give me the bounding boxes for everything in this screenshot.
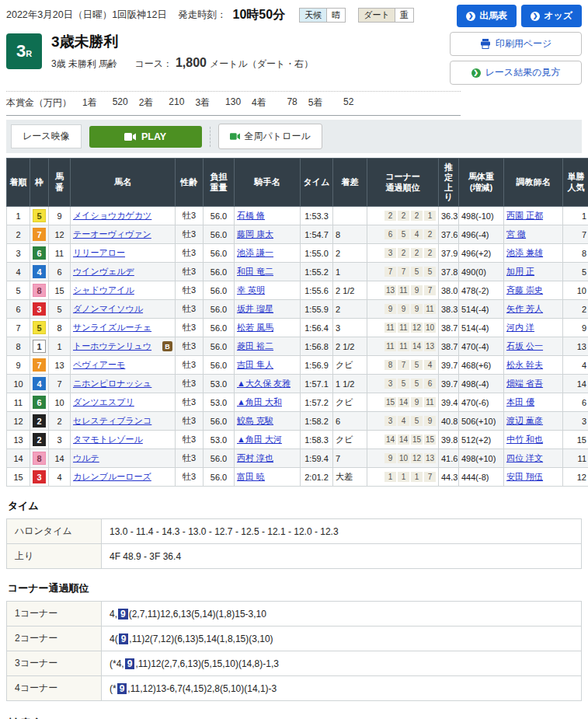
horse-number: 12 <box>49 225 71 244</box>
jockey-name-link[interactable]: 鮫島 克駿 <box>237 416 273 425</box>
patrol-video-button[interactable]: 全周パトロール <box>218 124 322 149</box>
jockey-name-link[interactable]: 坂井 瑠星 <box>237 304 273 313</box>
last-time-value: 4F 48.9 - 3F 36.4 <box>102 544 582 569</box>
corner-position: 10 <box>424 323 436 333</box>
trainer-name-link[interactable]: 加用 正 <box>506 267 534 276</box>
trainer-name-link[interactable]: 池添 兼雄 <box>506 248 543 257</box>
margin: 大差 <box>333 468 367 487</box>
trainer-name-link[interactable]: 石坂 公一 <box>506 341 543 351</box>
finish-time: 1:55.9 <box>301 300 333 319</box>
sex-age: 牡3 <box>176 319 204 337</box>
sex-age: 牡3 <box>176 207 204 225</box>
jockey-name-link[interactable]: 富田 暁 <box>237 472 265 481</box>
jockey-name-link[interactable]: 石橋 脩 <box>237 211 265 220</box>
corner-position: 11 <box>384 341 396 351</box>
horse-name-link[interactable]: テーオーヴィヴァン <box>73 229 151 240</box>
corner-position: 9 <box>424 416 436 426</box>
result-guide-button[interactable]: ❯ レース結果の見方 <box>450 61 582 85</box>
jockey-name-link[interactable]: 幸 英明 <box>237 285 265 295</box>
play-video-button[interactable]: PLAY <box>89 126 202 148</box>
jockey-name-link[interactable]: 西村 淳也 <box>237 453 273 462</box>
sex-age: 牡3 <box>176 468 204 487</box>
margin: クビ <box>333 356 367 375</box>
trainer-name-link[interactable]: 安田 翔伍 <box>506 472 543 481</box>
horse-name-link[interactable]: ニホンピロナッシュ <box>73 378 151 389</box>
jockey-name-link[interactable]: 松若 風馬 <box>237 323 273 332</box>
horse-name-link[interactable]: リリーアロー <box>73 247 125 259</box>
horse-number: 7 <box>49 375 71 393</box>
body-weight: 498(-4) <box>459 375 504 393</box>
win-popularity: 8 <box>563 244 588 263</box>
trainer-name-link[interactable]: 宮 徹 <box>506 229 526 239</box>
horse-name-link[interactable]: ウルテ <box>73 452 99 464</box>
finish-time: 1:54.7 <box>301 225 333 244</box>
margin: 2 <box>333 244 367 263</box>
horse-name-link[interactable]: ダノンマイソウル <box>73 303 143 315</box>
margin: クビ <box>333 393 367 412</box>
horse-name-cell: ウインヴェルデ <box>71 263 176 281</box>
frame-cell: 5 <box>30 207 49 225</box>
horse-name-link[interactable]: シャドウアイル <box>73 284 134 296</box>
body-weight: 468(+6) <box>459 356 504 375</box>
jockey-name-link[interactable]: 和田 竜二 <box>237 267 273 276</box>
jockey-name-link[interactable]: 菱田 裕二 <box>237 341 273 351</box>
carried-weight: 56.0 <box>204 300 235 319</box>
horse-name-link[interactable]: トーホウテンリュウ <box>73 340 151 352</box>
trainer-name-link[interactable]: 本田 優 <box>506 397 534 407</box>
frame-number-badge: 2 <box>33 414 46 428</box>
corner-position: 2 <box>398 211 409 221</box>
carried-weight: 53.0 <box>204 393 235 412</box>
horse-name-link[interactable]: カレンブルーローズ <box>73 471 151 483</box>
result-row: 11610ダンツエスプリ牡353.0▲角田 大和1:57.2クビ15149113… <box>7 393 588 412</box>
trainer-name-link[interactable]: 矢作 芳人 <box>506 304 543 313</box>
horse-name-link[interactable]: ウインヴェルデ <box>73 266 134 277</box>
carried-weight: 53.0 <box>204 375 235 393</box>
jockey-name-link[interactable]: 池添 謙一 <box>237 248 273 257</box>
finish-time: 1:55.2 <box>301 263 333 281</box>
weather-label: 天候 <box>299 8 326 23</box>
estimated-last3f: 39.4 <box>439 393 459 412</box>
jockey-name-link[interactable]: 吉田 隼人 <box>237 360 273 369</box>
horse-name-link[interactable]: ペヴィアーモ <box>73 359 125 371</box>
winner-highlight: 9 <box>119 633 129 644</box>
trainer-name-link[interactable]: 渡辺 薫彦 <box>506 416 543 425</box>
trainer-name-link[interactable]: 畑端 省吾 <box>506 379 543 388</box>
margin: クビ <box>333 431 367 449</box>
trainer-name-link[interactable]: 松永 幹夫 <box>506 360 543 369</box>
trainer-name-link[interactable]: 中竹 和也 <box>506 435 543 444</box>
jockey-name-link[interactable]: ▲角田 大和 <box>237 397 282 407</box>
horse-name-link[interactable]: ダンツエスプリ <box>73 396 134 408</box>
col-horse-number: 馬 番 <box>49 159 71 207</box>
body-weight: 478(-2) <box>459 281 504 300</box>
trainer-name-link[interactable]: 四位 洋文 <box>506 453 543 462</box>
course-distance: 1,800 <box>176 56 207 70</box>
trainer-name-link[interactable]: 西園 正都 <box>506 211 543 220</box>
trainer-cell: 西園 正都 <box>504 207 563 225</box>
horse-name-link[interactable]: タマモトレゾール <box>73 434 143 445</box>
win-popularity: 7 <box>563 225 588 244</box>
jockey-name-link[interactable]: ▲大久保 友雅 <box>237 379 291 388</box>
entries-button[interactable]: ❯ 出馬表 <box>457 5 517 27</box>
horse-name-link[interactable]: セレスティブランコ <box>73 415 151 427</box>
estimated-last3f: 41.6 <box>439 449 459 468</box>
winner-highlight: 9 <box>117 683 127 694</box>
jockey-name-link[interactable]: 藤岡 康太 <box>237 229 273 239</box>
sex-age: 牡3 <box>176 263 204 281</box>
trainer-name-link[interactable]: 斉藤 崇史 <box>506 285 543 295</box>
finish-order: 9 <box>7 356 30 375</box>
jockey-name-link[interactable]: ▲角田 大河 <box>237 435 282 444</box>
odds-button-label: オッズ <box>544 9 572 23</box>
frame-number-badge: 3 <box>33 302 46 316</box>
horse-name-cell: シャドウアイル <box>71 281 176 300</box>
horse-name-link[interactable]: メイショウカゲカツ <box>73 210 151 222</box>
frame-number-badge: 7 <box>33 358 46 372</box>
horse-number: 6 <box>49 263 71 281</box>
trainer-name-link[interactable]: 河内 洋 <box>506 323 534 332</box>
furlong-time-label: ハロンタイム <box>7 519 102 544</box>
odds-button[interactable]: ❯ オッズ <box>521 5 582 27</box>
corner-order-cell: 99911 <box>367 300 439 319</box>
print-page-button[interactable]: 印刷用ページ <box>450 32 582 56</box>
horse-name-link[interactable]: サンライズルーチェ <box>73 322 151 333</box>
sex-age: 牡3 <box>176 244 204 263</box>
race-number: 3 <box>16 41 26 61</box>
